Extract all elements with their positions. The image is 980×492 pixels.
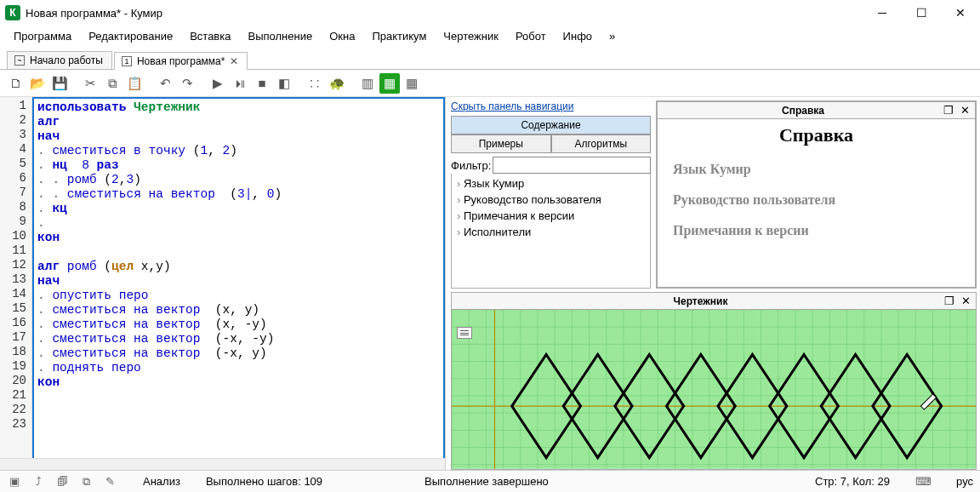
save-file-button[interactable]: 💾 bbox=[49, 73, 70, 94]
menu-Выполнение[interactable]: Выполнение bbox=[241, 28, 319, 44]
steps-label: Выполнено шагов: 109 bbox=[206, 475, 322, 488]
sb-icon-4[interactable]: ✎ bbox=[102, 474, 117, 489]
algorithms-tab[interactable]: Алгоритмы bbox=[551, 134, 652, 153]
sb-icon-3[interactable]: ⧉ bbox=[78, 474, 94, 489]
help-section-link[interactable]: Руководство пользователя bbox=[673, 192, 960, 208]
document-icon: 1 bbox=[122, 56, 132, 66]
menu-Программа[interactable]: Программа bbox=[7, 28, 78, 44]
layout-2-button[interactable]: ▦ bbox=[379, 73, 400, 94]
examples-tab[interactable]: Примеры bbox=[451, 134, 551, 153]
contents-tab[interactable]: Содержание bbox=[451, 116, 651, 134]
tab-label: Новая программа* bbox=[137, 55, 225, 67]
undo-button[interactable]: ↶ bbox=[155, 73, 175, 94]
line-gutter: 1234567891011121314151617181920212223 bbox=[0, 97, 32, 470]
stop-button[interactable]: ■ bbox=[252, 73, 272, 94]
code-editor[interactable]: использовать Чертежникалгнач. сместиться… bbox=[32, 97, 445, 470]
tab-close-icon[interactable]: ✕ bbox=[230, 55, 238, 67]
close-button[interactable]: ✕ bbox=[941, 0, 980, 26]
help-close-icon[interactable]: ✕ bbox=[960, 104, 970, 117]
help-content-title: Справка bbox=[673, 124, 960, 146]
tree-item[interactable]: Исполнители bbox=[452, 224, 650, 240]
canvas-menu-icon[interactable] bbox=[457, 327, 472, 339]
document-icon: ~ bbox=[14, 55, 25, 66]
keyboard-icon[interactable]: ⌨ bbox=[915, 474, 931, 489]
copy-button[interactable]: ⧉ bbox=[102, 73, 122, 94]
drawer-title: Чертежник bbox=[457, 295, 944, 307]
analyze-label[interactable]: Анализ bbox=[143, 475, 180, 488]
menu-Чертежник[interactable]: Чертежник bbox=[436, 28, 505, 44]
sb-icon-1[interactable]: ⤴ bbox=[31, 474, 46, 489]
redo-button[interactable]: ↷ bbox=[177, 73, 197, 94]
help-content-pane: Справка ❐ ✕ Справка Язык КумирРуководств… bbox=[656, 100, 977, 289]
titlebar: К Новая программа* - Кумир ─ ☐ ✕ bbox=[0, 0, 980, 26]
menu-Вставка[interactable]: Вставка bbox=[183, 28, 237, 44]
menu-Практикум[interactable]: Практикум bbox=[365, 28, 433, 44]
menu-Окна[interactable]: Окна bbox=[322, 28, 362, 44]
drawer-canvas[interactable] bbox=[451, 310, 977, 470]
pause-button[interactable]: ◧ bbox=[274, 73, 294, 94]
app-icon: К bbox=[5, 5, 20, 20]
tree-item[interactable]: Руководство пользователя bbox=[452, 192, 650, 208]
editor-pane: 1234567891011121314151617181920212223 ис… bbox=[0, 97, 446, 470]
minimize-button[interactable]: ─ bbox=[863, 0, 902, 26]
tab-label: Начало работы bbox=[30, 54, 103, 66]
drawer-close-icon[interactable]: ✕ bbox=[961, 295, 971, 307]
maximize-button[interactable]: ☐ bbox=[902, 0, 941, 26]
step-button[interactable]: ⏯ bbox=[230, 73, 250, 94]
menu-Робот[interactable]: Робот bbox=[509, 28, 553, 44]
run-button[interactable]: ▶ bbox=[208, 73, 228, 94]
tabbar: ~Начало работы1Новая программа*✕ bbox=[0, 46, 980, 70]
menubar: ПрограммаРедактированиеВставкаВыполнение… bbox=[0, 26, 980, 46]
help-section-link[interactable]: Примечания к версии bbox=[673, 223, 960, 238]
statusbar: ▣ ⤴ 🗐 ⧉ ✎ Анализ Выполнено шагов: 109 Вы… bbox=[0, 470, 980, 492]
menu-Редактирование[interactable]: Редактирование bbox=[82, 28, 179, 44]
lang-indicator: рус bbox=[956, 475, 973, 488]
editor-scrollbar[interactable] bbox=[0, 458, 445, 470]
menu-Инфо[interactable]: Инфо bbox=[556, 28, 599, 44]
cursor-position: Стр: 7, Кол: 29 bbox=[815, 475, 890, 488]
tab-Начало работы[interactable]: ~Начало работы bbox=[7, 51, 112, 69]
help-navigation: Скрыть панель навигации Содержание Приме… bbox=[451, 100, 651, 289]
cut-button[interactable]: ✂ bbox=[80, 73, 100, 94]
help-tree: Язык КумирРуководство пользователяПримеч… bbox=[451, 174, 651, 289]
layout-3-button[interactable]: ▦ bbox=[402, 73, 422, 94]
toolbar: 🗋 📂 💾 ✂ ⧉ 📋 ↶ ↷ ▶ ⏯ ■ ◧ ⸬ 🐢 ▥ ▦ ▦ bbox=[0, 70, 980, 97]
sb-icon-2[interactable]: 🗐 bbox=[54, 474, 70, 489]
execution-status: Выполнение завершено bbox=[424, 475, 549, 488]
layout-1-button[interactable]: ▥ bbox=[357, 73, 378, 94]
help-panel-title: Справка bbox=[663, 105, 943, 117]
filter-input[interactable] bbox=[493, 157, 651, 174]
open-file-button[interactable]: 📂 bbox=[27, 73, 48, 94]
tree-item[interactable]: Язык Кумир bbox=[452, 175, 650, 192]
hide-nav-link[interactable]: Скрыть панель навигации bbox=[451, 100, 651, 112]
drawer-panel: Чертежник ❐ ✕ bbox=[451, 292, 977, 470]
filter-label: Фильтр: bbox=[451, 159, 491, 172]
console-icon[interactable]: ▣ bbox=[7, 474, 22, 489]
paste-button[interactable]: 📋 bbox=[124, 73, 145, 94]
help-popout-icon[interactable]: ❐ bbox=[943, 104, 954, 117]
drawer-popout-icon[interactable]: ❐ bbox=[944, 295, 954, 307]
tab-Новая программа*[interactable]: 1Новая программа*✕ bbox=[114, 52, 248, 70]
help-section-link[interactable]: Язык Кумир bbox=[673, 162, 960, 177]
menu-»[interactable]: » bbox=[602, 28, 622, 44]
tree-item[interactable]: Примечания к версии bbox=[452, 208, 650, 224]
window-title: Новая программа* - Кумир bbox=[26, 7, 863, 20]
actor-1-button[interactable]: ⸬ bbox=[305, 73, 325, 94]
actor-2-button[interactable]: 🐢 bbox=[327, 73, 347, 94]
new-file-button[interactable]: 🗋 bbox=[5, 73, 26, 94]
